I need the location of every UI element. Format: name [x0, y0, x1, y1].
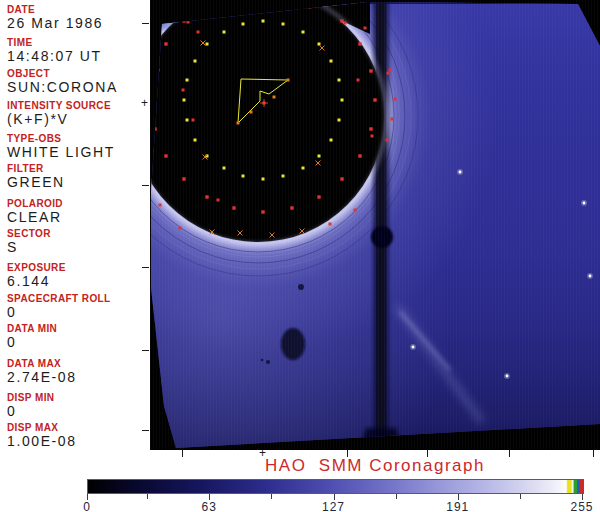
- axis-tick: [142, 430, 149, 431]
- colorbar-gradient: [87, 479, 584, 494]
- image-caption: HAO SMM Coronagraph: [150, 455, 600, 477]
- coronagraph-display: [150, 0, 600, 450]
- metadata-field: DISP MAX1.00E-08: [7, 422, 77, 449]
- fiducial-dot-red: [182, 177, 185, 180]
- fiducial-dot-yellow: [302, 167, 305, 170]
- fiducial-dot-yellow: [186, 79, 189, 82]
- fiducial-dot-red: [179, 227, 182, 230]
- metadata-field: DATA MAX2.74E-08: [7, 358, 77, 385]
- fiducial-dot-red: [157, 69, 160, 72]
- fiducial-dot-red: [317, 1, 320, 4]
- field-label: TYPE-OBS: [7, 133, 115, 144]
- metadata-field: INTENSITY SOURCE(K+F)*V: [7, 100, 111, 127]
- field-label: FILTER: [7, 163, 65, 174]
- polygon-vertex-dot: [273, 96, 276, 99]
- fiducial-dot-yellow: [262, 178, 265, 181]
- axis-tick: [142, 23, 149, 24]
- fiducial-dot-red: [249, 8, 252, 11]
- field-value: 0: [7, 335, 57, 350]
- field-value: 0: [7, 404, 54, 419]
- fiducial-dot-red: [357, 79, 360, 82]
- fiducial-dot-yellow: [341, 99, 344, 102]
- colorbar-minor-tick: [396, 494, 397, 499]
- fiducial-dot-yellow: [206, 43, 209, 46]
- colorbar-tick-label: 255: [570, 500, 593, 512]
- field-value: CLEAR: [7, 210, 63, 225]
- star: [459, 171, 462, 174]
- field-label: SPACECRAFT ROLL: [7, 293, 111, 304]
- fiducial-dot-red: [369, 69, 372, 72]
- colorbar-minor-tick: [147, 494, 148, 499]
- field-value: 1.00E-08: [7, 434, 77, 449]
- colorbar-minor-tick: [520, 494, 521, 499]
- field-label: INTENSITY SOURCE: [7, 100, 111, 111]
- metadata-field: DATA MIN0: [7, 323, 57, 350]
- metadata-field: SPACECRAFT ROLL0: [7, 293, 111, 320]
- fiducial-dot-red: [182, 89, 185, 92]
- colorbar-tick-label: 63: [202, 500, 217, 512]
- fiducial-dot-yellow: [186, 119, 189, 122]
- fiducial-dot-red: [309, 6, 312, 9]
- fiducial-dot-red: [205, 1, 208, 4]
- fiducial-cross: [156, 22, 161, 27]
- pylon-knob: [371, 226, 393, 248]
- coronagraph-viewer: DATE26 Mar 1986TIME14:48:07 UTOBJECTSUN:…: [0, 0, 600, 512]
- fiducial-dot-red: [290, 206, 293, 209]
- field-label: EXPOSURE: [7, 262, 66, 273]
- fiducial-dot-red: [387, 72, 390, 75]
- star: [589, 275, 592, 278]
- fiducial-dot-yellow: [318, 43, 321, 46]
- metadata-field: EXPOSURE6.144: [7, 262, 66, 289]
- colorbar-tick-label: 0: [83, 500, 91, 512]
- fiducial-dot-yellow: [338, 79, 341, 82]
- fiducial-dot-red: [317, 195, 320, 198]
- fiducial-dot-red: [354, 209, 357, 212]
- field-label: SECTOR: [7, 228, 51, 239]
- field-label: POLAROID: [7, 198, 63, 209]
- field-label: DISP MAX: [7, 422, 77, 433]
- fiducial-dot-red: [217, 199, 220, 202]
- fiducial-dot-red: [358, 154, 361, 157]
- fiducial-dot-yellow: [242, 23, 245, 26]
- metadata-field: OBJECTSUN:CORONA: [7, 68, 118, 95]
- fiducial-dot-red: [364, 27, 367, 30]
- metadata-field: DATE26 Mar 1986: [7, 4, 103, 31]
- fiducial-dot-red: [151, 149, 154, 152]
- colorbar-minor-tick: [271, 494, 272, 499]
- fiducial-dot-red: [261, 210, 264, 213]
- fiducial-dot-yellow: [338, 119, 341, 122]
- polygon-vertex-dot: [237, 122, 240, 125]
- fiducial-dot-red: [174, 9, 177, 12]
- fiducial-dot-yellow: [302, 31, 305, 34]
- field-value: 0: [7, 305, 111, 320]
- fiducial-dot-yellow: [223, 167, 226, 170]
- field-label: DATA MIN: [7, 323, 57, 334]
- fiducial-dot-red: [153, 127, 156, 130]
- metadata-sidebar: DATE26 Mar 1986TIME14:48:07 UTOBJECTSUN:…: [0, 0, 150, 455]
- field-value: 14:48:07 UT: [7, 49, 102, 64]
- fiducial-dot-red: [371, 135, 374, 138]
- fiducial-dot-red: [340, 177, 343, 180]
- fiducial-dot-red: [358, 42, 361, 45]
- field-label: OBJECT: [7, 68, 118, 79]
- field-value: 6.144: [7, 274, 66, 289]
- dust-blob: [281, 328, 305, 360]
- field-label: TIME: [7, 37, 102, 48]
- fiducial-dot-yellow: [330, 60, 333, 63]
- fiducial-dot-red: [394, 98, 397, 101]
- colorbar-tick-label: 127: [322, 500, 345, 512]
- field-value: GREEN: [7, 175, 65, 190]
- field-value: SUN:CORONA: [7, 80, 118, 95]
- fiducial-dot-red: [369, 127, 372, 130]
- fiducial-dot-red: [391, 118, 394, 121]
- polygon-vertex-dot: [250, 111, 253, 114]
- fiducial-dot-red: [164, 154, 167, 157]
- metadata-field: TYPE-OBSWHITE LIGHT: [7, 133, 115, 160]
- field-label: DATA MAX: [7, 358, 77, 369]
- axis-plus-mark: +: [141, 98, 148, 108]
- metadata-field: FILTERGREEN: [7, 163, 65, 190]
- fiducial-dot-red: [386, 139, 389, 142]
- fiducial-dot-red: [389, 69, 392, 72]
- fiducial-dot-red: [150, 98, 153, 101]
- fiducial-dot-yellow: [318, 155, 321, 158]
